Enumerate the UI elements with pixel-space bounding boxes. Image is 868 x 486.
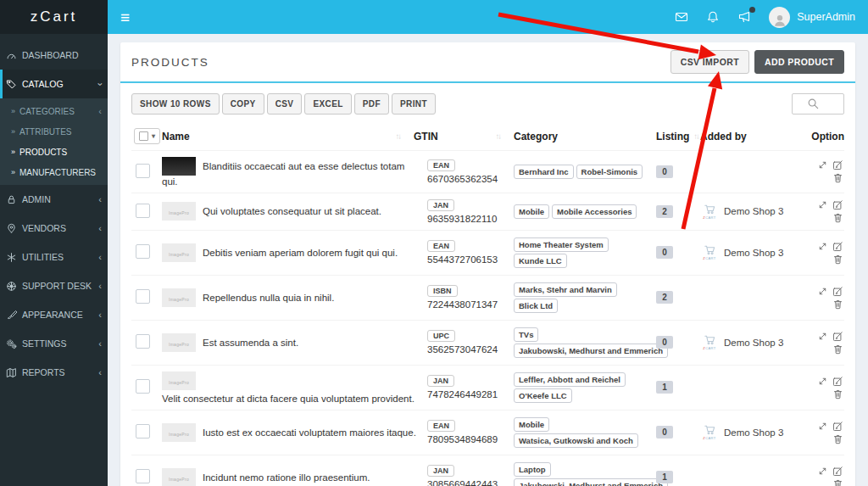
trash-icon — [832, 299, 843, 310]
expand-icon[interactable] — [817, 376, 828, 387]
expand-icon[interactable] — [817, 421, 828, 432]
gtin-cell: UPC3562573047624 — [427, 330, 514, 355]
row-checkbox[interactable] — [136, 469, 150, 483]
cart-icon — [704, 204, 716, 215]
edit-icon[interactable] — [832, 376, 843, 387]
csv-button[interactable]: CSV — [267, 93, 303, 115]
search-input[interactable] — [792, 93, 844, 115]
sidebar-item-catalog[interactable]: CATALOG‹ — [0, 70, 108, 98]
col-header-option: Option — [811, 131, 844, 142]
row-checkbox[interactable] — [136, 334, 150, 349]
sidebar-item-support-desk[interactable]: SUPPORT DESK‹ — [0, 271, 108, 300]
category-badge: Blick Ltd — [514, 299, 558, 313]
trash-icon[interactable] — [832, 254, 843, 265]
col-header-gtin[interactable]: GTIN — [414, 131, 438, 142]
edit-icon — [832, 376, 843, 387]
expand-icon[interactable] — [817, 199, 828, 210]
announcements-megaphone-icon[interactable] — [737, 10, 751, 24]
trash-icon[interactable] — [832, 212, 843, 223]
row-checkbox[interactable] — [136, 289, 150, 304]
expand-icon[interactable] — [817, 331, 828, 342]
trash-icon[interactable] — [832, 299, 843, 310]
sidebar-item-admin[interactable]: ADMIN‹ — [0, 185, 108, 214]
trash-icon[interactable] — [832, 433, 843, 444]
content: PRODUCTS CSV IMPORT ADD PRODUCT SHOW 10 … — [108, 34, 868, 486]
brand-logo[interactable]: zCart — [0, 0, 108, 34]
shop-logo-text: ZCART — [703, 256, 715, 260]
listing-count-badge: 2 — [656, 205, 673, 218]
edit-icon[interactable] — [832, 331, 843, 342]
category-cell: MobileMobile Accessories — [514, 204, 656, 220]
row-checkbox[interactable] — [136, 424, 150, 439]
col-header-listing[interactable]: Listing — [656, 131, 689, 142]
edit-icon[interactable] — [832, 199, 843, 210]
messages-envelope-icon[interactable] — [675, 10, 688, 24]
name-cell: ImageProVelit consectetur at dicta facer… — [162, 371, 427, 404]
sidebar-subitem-attributes[interactable]: »ATTRIBUTES — [0, 121, 108, 142]
sidebar-subitem-categories[interactable]: »CATEGORIES‹ — [0, 101, 108, 121]
expand-icon[interactable] — [817, 241, 828, 252]
sort-icon[interactable]: ↑↓ — [693, 131, 698, 141]
category-badge: Watsica, Gutkowski and Koch — [514, 433, 638, 448]
expand-icon[interactable] — [817, 286, 828, 297]
row-checkbox[interactable] — [136, 244, 150, 259]
trash-icon[interactable] — [832, 172, 843, 183]
edit-icon[interactable] — [832, 241, 843, 252]
tag-icon — [6, 79, 17, 90]
sidebar-item-utilities[interactable]: UTILITIES‹ — [0, 243, 108, 271]
sidebar-item-label: ADMIN — [22, 194, 51, 204]
expand-icon[interactable] — [817, 466, 828, 477]
select-all-dropdown[interactable]: ▾ — [134, 128, 160, 144]
bell-icon — [706, 10, 720, 24]
csv-import-button[interactable]: CSV IMPORT — [670, 50, 749, 74]
chevron-left-icon: ‹ — [98, 195, 102, 204]
pdf-button[interactable]: PDF — [354, 93, 389, 115]
thumbnail-placeholder-text: ImagePro — [169, 210, 189, 215]
show-10-rows-button[interactable]: SHOW 10 ROWS — [131, 93, 220, 115]
row-checkbox[interactable] — [136, 164, 150, 178]
edit-icon[interactable] — [832, 286, 843, 297]
gtin-value: 3085669442443 — [427, 479, 514, 486]
sidebar-subitem-manufacturers[interactable]: »MANUFACTURERS — [0, 162, 108, 182]
sidebar-item-vendors[interactable]: VENDORS‹ — [0, 214, 108, 243]
sidebar-item-appearance[interactable]: APPEARANCE‹ — [0, 300, 108, 329]
edit-icon — [832, 421, 843, 432]
trash-icon[interactable] — [832, 478, 843, 486]
asterisk-icon — [6, 252, 17, 263]
sort-icon[interactable]: ↑↓ — [396, 131, 401, 141]
edit-icon[interactable] — [832, 421, 843, 432]
expand-icon[interactable] — [817, 159, 828, 170]
print-button[interactable]: PRINT — [392, 93, 436, 115]
person-icon — [772, 13, 787, 28]
sort-icon[interactable]: ↑↓ — [496, 131, 501, 141]
cart-icon — [704, 244, 716, 256]
edit-icon[interactable] — [832, 466, 843, 477]
trash-icon — [832, 433, 843, 444]
listing-cell: 0 — [656, 246, 700, 259]
hamburger-menu-icon[interactable]: ≡ — [120, 9, 130, 25]
user-menu[interactable]: SuperAdmin — [769, 7, 855, 28]
notifications-bell-icon[interactable] — [706, 10, 720, 24]
sidebar-item-reports[interactable]: REPORTS‹ — [0, 358, 108, 387]
trash-icon[interactable] — [832, 344, 843, 355]
row-checkbox[interactable] — [136, 204, 150, 218]
gtin-cell: JAN9635931822110 — [427, 199, 514, 224]
row-checkbox[interactable] — [136, 379, 150, 394]
excel-button[interactable]: EXCEL — [304, 93, 351, 115]
col-header-name[interactable]: Name — [162, 131, 190, 142]
sidebar-item-settings[interactable]: SETTINGS‹ — [0, 329, 108, 358]
caret-down-icon: ▾ — [152, 132, 155, 140]
gtin-type-badge: JAN — [427, 375, 454, 387]
sidebar-subitem-products[interactable]: »PRODUCTS — [0, 142, 108, 162]
category-badge: Jakubowski, Medhurst and Emmerich — [514, 478, 668, 486]
brush-icon — [6, 310, 17, 321]
sidebar-item-dashboard[interactable]: DASHBOARD — [0, 41, 108, 70]
product-name: Velit consectetur at dicta facere quia v… — [162, 394, 415, 404]
listing-cell: 1 — [656, 381, 700, 394]
trash-icon[interactable] — [832, 388, 843, 399]
listing-count-badge: 0 — [656, 336, 673, 349]
edit-icon[interactable] — [832, 159, 843, 170]
add-product-button[interactable]: ADD PRODUCT — [754, 50, 844, 74]
product-thumbnail: ImagePro — [162, 288, 196, 307]
copy-button[interactable]: COPY — [222, 93, 264, 115]
